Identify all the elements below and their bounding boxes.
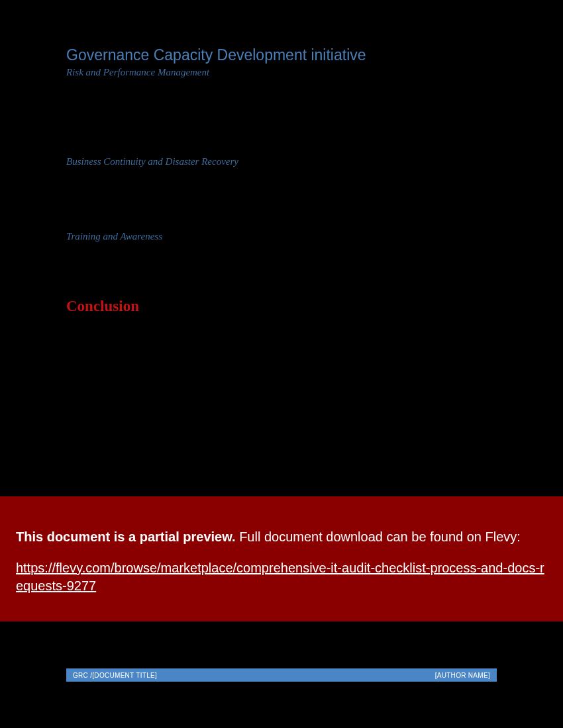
banner-message: This document is a partial preview. Full… — [16, 529, 547, 545]
section-heading-training: Training and Awareness — [66, 231, 497, 242]
section-heading-bcdr: Business Continuity and Disaster Recover… — [66, 156, 497, 167]
footer-right: [AUTHOR NAME] — [435, 672, 490, 679]
banner-rest-text: Full document download can be found on F… — [236, 529, 521, 544]
banner-link[interactable]: https://flevy.com/browse/marketplace/com… — [16, 559, 547, 595]
page-title: Governance Capacity Development initiati… — [66, 46, 497, 64]
preview-banner: This document is a partial preview. Full… — [0, 496, 563, 621]
banner-bold-text: This document is a partial preview. — [16, 529, 236, 544]
footer-bar: GRC /[DOCUMENT TITLE] [AUTHOR NAME] — [66, 668, 497, 682]
document-page: Governance Capacity Development initiati… — [0, 0, 563, 728]
footer-left: GRC /[DOCUMENT TITLE] — [73, 672, 157, 679]
conclusion-heading: Conclusion — [66, 298, 497, 315]
document-body: Governance Capacity Development initiati… — [66, 46, 497, 315]
section-heading-risk: Risk and Performance Management — [66, 67, 497, 78]
